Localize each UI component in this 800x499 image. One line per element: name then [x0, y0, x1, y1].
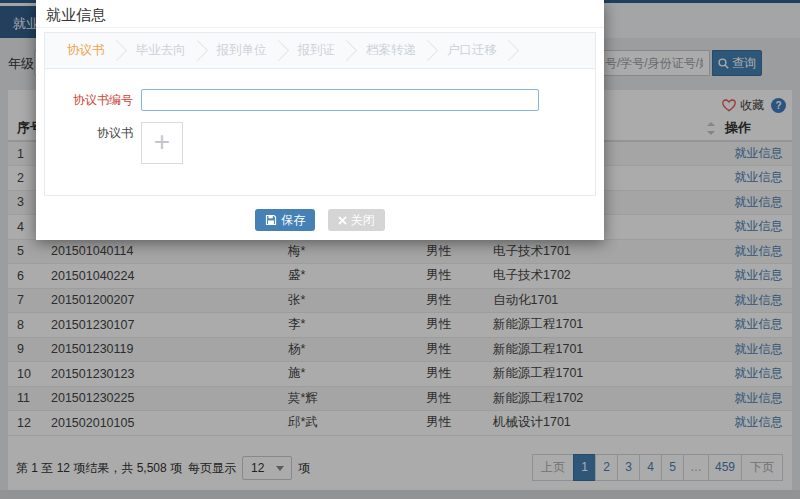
wizard-step[interactable]: 毕业去向 [126, 42, 194, 59]
close-icon [338, 216, 347, 225]
agreement-number-row: 协议书编号 [45, 89, 595, 111]
modal-header: 就业信息 [36, 0, 604, 28]
wizard-steps: 协议书毕业去向报到单位报到证档案转递户口迁移 [45, 33, 595, 69]
wizard-step[interactable]: 户口迁移 [437, 42, 505, 59]
modal-title: 就业信息 [46, 6, 106, 25]
close-button[interactable]: 关闭 [328, 209, 385, 231]
save-button[interactable]: 保存 [255, 209, 315, 231]
wizard-step[interactable]: 协议书 [57, 42, 113, 59]
wizard-step[interactable]: 档案转递 [356, 42, 424, 59]
plus-icon: + [154, 126, 170, 157]
save-button-label: 保存 [281, 212, 305, 229]
agreement-upload-label: 协议书 [45, 122, 141, 144]
wizard-step[interactable]: 报到单位 [207, 42, 275, 59]
floppy-disk-icon [265, 214, 277, 226]
employment-info-modal: 就业信息 协议书毕业去向报到单位报到证档案转递户口迁移 协议书编号 协议书 + [36, 0, 604, 240]
close-button-label: 关闭 [351, 212, 375, 229]
wizard-step[interactable]: 报到证 [288, 42, 344, 59]
agreement-number-input[interactable] [141, 89, 539, 111]
upload-button[interactable]: + [141, 122, 183, 164]
agreement-form: 协议书编号 协议书 + [45, 89, 595, 164]
agreement-number-label: 协议书编号 [45, 89, 141, 111]
wizard-panel: 协议书毕业去向报到单位报到证档案转递户口迁移 协议书编号 协议书 + [44, 32, 596, 196]
modal-footer: 保存 关闭 [36, 209, 604, 231]
agreement-upload-row: 协议书 + [45, 122, 595, 164]
